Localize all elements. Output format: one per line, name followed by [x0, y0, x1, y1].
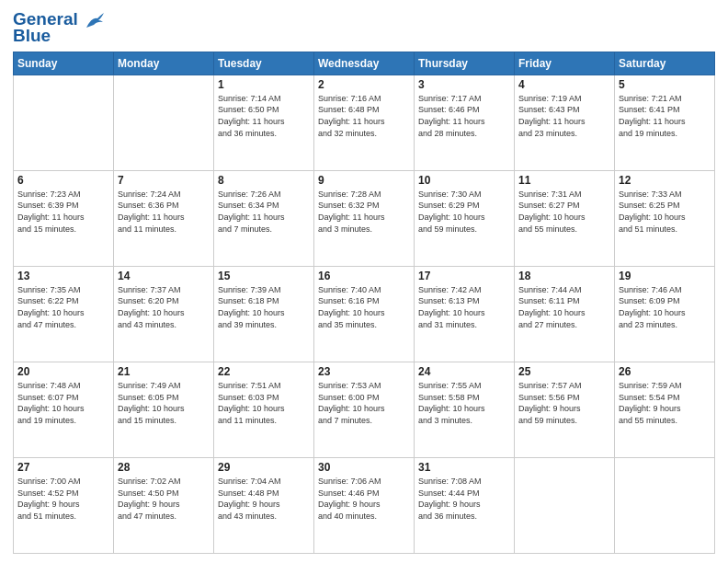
- day-info: Sunrise: 7:51 AM Sunset: 6:03 PM Dayligh…: [218, 380, 310, 426]
- day-number: 8: [218, 174, 310, 187]
- day-info: Sunrise: 7:21 AM Sunset: 6:41 PM Dayligh…: [619, 93, 711, 139]
- day-info: Sunrise: 7:14 AM Sunset: 6:50 PM Dayligh…: [218, 93, 310, 139]
- weekday-header-tuesday: Tuesday: [214, 52, 314, 75]
- day-number: 5: [619, 78, 711, 91]
- day-number: 9: [318, 174, 410, 187]
- calendar-cell: 7Sunrise: 7:24 AM Sunset: 6:36 PM Daylig…: [114, 170, 214, 266]
- day-number: 19: [619, 270, 711, 282]
- day-number: 17: [418, 270, 510, 282]
- day-number: 16: [318, 270, 410, 282]
- day-number: 22: [218, 365, 310, 378]
- day-info: Sunrise: 7:57 AM Sunset: 5:56 PM Dayligh…: [518, 380, 610, 426]
- day-info: Sunrise: 7:23 AM Sunset: 6:39 PM Dayligh…: [17, 189, 109, 235]
- calendar-cell: 14Sunrise: 7:37 AM Sunset: 6:20 PM Dayli…: [114, 266, 214, 362]
- day-info: Sunrise: 7:46 AM Sunset: 6:09 PM Dayligh…: [619, 284, 711, 330]
- day-info: Sunrise: 7:08 AM Sunset: 4:44 PM Dayligh…: [418, 476, 510, 522]
- day-number: 24: [418, 365, 510, 378]
- day-number: 14: [118, 270, 210, 282]
- calendar-cell: 23Sunrise: 7:53 AM Sunset: 6:00 PM Dayli…: [314, 362, 415, 457]
- day-number: 6: [17, 174, 109, 187]
- calendar-cell: 21Sunrise: 7:49 AM Sunset: 6:05 PM Dayli…: [114, 362, 214, 457]
- calendar-week-row: 20Sunrise: 7:48 AM Sunset: 6:07 PM Dayli…: [14, 362, 715, 457]
- weekday-header-thursday: Thursday: [415, 52, 515, 75]
- calendar-cell: 30Sunrise: 7:06 AM Sunset: 4:46 PM Dayli…: [314, 457, 415, 553]
- weekday-header-saturday: Saturday: [615, 52, 715, 75]
- day-info: Sunrise: 7:35 AM Sunset: 6:22 PM Dayligh…: [17, 284, 109, 330]
- day-number: 27: [17, 461, 109, 474]
- day-info: Sunrise: 7:28 AM Sunset: 6:32 PM Dayligh…: [318, 189, 410, 235]
- day-number: 25: [518, 365, 610, 378]
- day-info: Sunrise: 7:37 AM Sunset: 6:20 PM Dayligh…: [118, 284, 210, 330]
- day-info: Sunrise: 7:49 AM Sunset: 6:05 PM Dayligh…: [118, 380, 210, 426]
- weekday-header-row: SundayMondayTuesdayWednesdayThursdayFrid…: [14, 52, 715, 75]
- calendar-cell: [615, 457, 715, 553]
- calendar-cell: 2Sunrise: 7:16 AM Sunset: 6:48 PM Daylig…: [314, 75, 415, 170]
- calendar-cell: 27Sunrise: 7:00 AM Sunset: 4:52 PM Dayli…: [14, 457, 114, 553]
- day-number: 2: [318, 78, 410, 91]
- calendar-cell: 25Sunrise: 7:57 AM Sunset: 5:56 PM Dayli…: [515, 362, 615, 457]
- calendar-cell: [515, 457, 615, 553]
- day-number: 7: [118, 174, 210, 187]
- day-info: Sunrise: 7:16 AM Sunset: 6:48 PM Dayligh…: [318, 93, 410, 139]
- day-info: Sunrise: 7:17 AM Sunset: 6:46 PM Dayligh…: [418, 93, 510, 139]
- day-number: 15: [218, 270, 310, 282]
- calendar-cell: [114, 75, 214, 170]
- day-number: 20: [17, 365, 109, 378]
- day-info: Sunrise: 7:04 AM Sunset: 4:48 PM Dayligh…: [218, 476, 310, 522]
- calendar-cell: 6Sunrise: 7:23 AM Sunset: 6:39 PM Daylig…: [14, 170, 114, 266]
- day-number: 30: [318, 461, 410, 474]
- day-info: Sunrise: 7:24 AM Sunset: 6:36 PM Dayligh…: [118, 189, 210, 235]
- day-number: 29: [218, 461, 310, 474]
- day-number: 13: [17, 270, 109, 282]
- weekday-header-sunday: Sunday: [14, 52, 114, 75]
- calendar-cell: 3Sunrise: 7:17 AM Sunset: 6:46 PM Daylig…: [415, 75, 515, 170]
- day-number: 28: [118, 461, 210, 474]
- day-info: Sunrise: 7:39 AM Sunset: 6:18 PM Dayligh…: [218, 284, 310, 330]
- calendar-cell: 26Sunrise: 7:59 AM Sunset: 5:54 PM Dayli…: [615, 362, 715, 457]
- calendar-week-row: 6Sunrise: 7:23 AM Sunset: 6:39 PM Daylig…: [14, 170, 715, 266]
- logo: General Blue: [13, 9, 105, 46]
- calendar-week-row: 1Sunrise: 7:14 AM Sunset: 6:50 PM Daylig…: [14, 75, 715, 170]
- page: General Blue SundayMondayTuesdayWednesda…: [0, 0, 728, 563]
- day-info: Sunrise: 7:44 AM Sunset: 6:11 PM Dayligh…: [518, 284, 610, 330]
- calendar-cell: 4Sunrise: 7:19 AM Sunset: 6:43 PM Daylig…: [515, 75, 615, 170]
- calendar-cell: 31Sunrise: 7:08 AM Sunset: 4:44 PM Dayli…: [415, 457, 515, 553]
- day-info: Sunrise: 7:30 AM Sunset: 6:29 PM Dayligh…: [418, 189, 510, 235]
- day-info: Sunrise: 7:33 AM Sunset: 6:25 PM Dayligh…: [619, 189, 711, 235]
- weekday-header-monday: Monday: [114, 52, 214, 75]
- day-info: Sunrise: 7:00 AM Sunset: 4:52 PM Dayligh…: [17, 476, 109, 522]
- day-info: Sunrise: 7:55 AM Sunset: 5:58 PM Dayligh…: [418, 380, 510, 426]
- day-number: 21: [118, 365, 210, 378]
- day-number: 23: [318, 365, 410, 378]
- calendar-cell: [14, 75, 114, 170]
- calendar-cell: 8Sunrise: 7:26 AM Sunset: 6:34 PM Daylig…: [214, 170, 314, 266]
- day-info: Sunrise: 7:42 AM Sunset: 6:13 PM Dayligh…: [418, 284, 510, 330]
- day-number: 26: [619, 365, 711, 378]
- day-number: 12: [619, 174, 711, 187]
- calendar-cell: 1Sunrise: 7:14 AM Sunset: 6:50 PM Daylig…: [214, 75, 314, 170]
- calendar-cell: 24Sunrise: 7:55 AM Sunset: 5:58 PM Dayli…: [415, 362, 515, 457]
- calendar-cell: 17Sunrise: 7:42 AM Sunset: 6:13 PM Dayli…: [415, 266, 515, 362]
- day-info: Sunrise: 7:02 AM Sunset: 4:50 PM Dayligh…: [118, 476, 210, 522]
- calendar-cell: 22Sunrise: 7:51 AM Sunset: 6:03 PM Dayli…: [214, 362, 314, 457]
- calendar-cell: 11Sunrise: 7:31 AM Sunset: 6:27 PM Dayli…: [515, 170, 615, 266]
- calendar-cell: 29Sunrise: 7:04 AM Sunset: 4:48 PM Dayli…: [214, 457, 314, 553]
- header: General Blue: [13, 9, 715, 46]
- calendar-cell: 16Sunrise: 7:40 AM Sunset: 6:16 PM Dayli…: [314, 266, 415, 362]
- calendar-cell: 5Sunrise: 7:21 AM Sunset: 6:41 PM Daylig…: [615, 75, 715, 170]
- day-number: 10: [418, 174, 510, 187]
- calendar-cell: 19Sunrise: 7:46 AM Sunset: 6:09 PM Dayli…: [615, 266, 715, 362]
- calendar-cell: 18Sunrise: 7:44 AM Sunset: 6:11 PM Dayli…: [515, 266, 615, 362]
- calendar-week-row: 27Sunrise: 7:00 AM Sunset: 4:52 PM Dayli…: [14, 457, 715, 553]
- day-info: Sunrise: 7:19 AM Sunset: 6:43 PM Dayligh…: [518, 93, 610, 139]
- day-info: Sunrise: 7:53 AM Sunset: 6:00 PM Dayligh…: [318, 380, 410, 426]
- day-info: Sunrise: 7:26 AM Sunset: 6:34 PM Dayligh…: [218, 189, 310, 235]
- weekday-header-friday: Friday: [515, 52, 615, 75]
- day-info: Sunrise: 7:06 AM Sunset: 4:46 PM Dayligh…: [318, 476, 410, 522]
- weekday-header-wednesday: Wednesday: [314, 52, 415, 75]
- calendar-cell: 15Sunrise: 7:39 AM Sunset: 6:18 PM Dayli…: [214, 266, 314, 362]
- calendar-cell: 13Sunrise: 7:35 AM Sunset: 6:22 PM Dayli…: [14, 266, 114, 362]
- day-number: 3: [418, 78, 510, 91]
- day-number: 4: [518, 78, 610, 91]
- day-number: 1: [218, 78, 310, 91]
